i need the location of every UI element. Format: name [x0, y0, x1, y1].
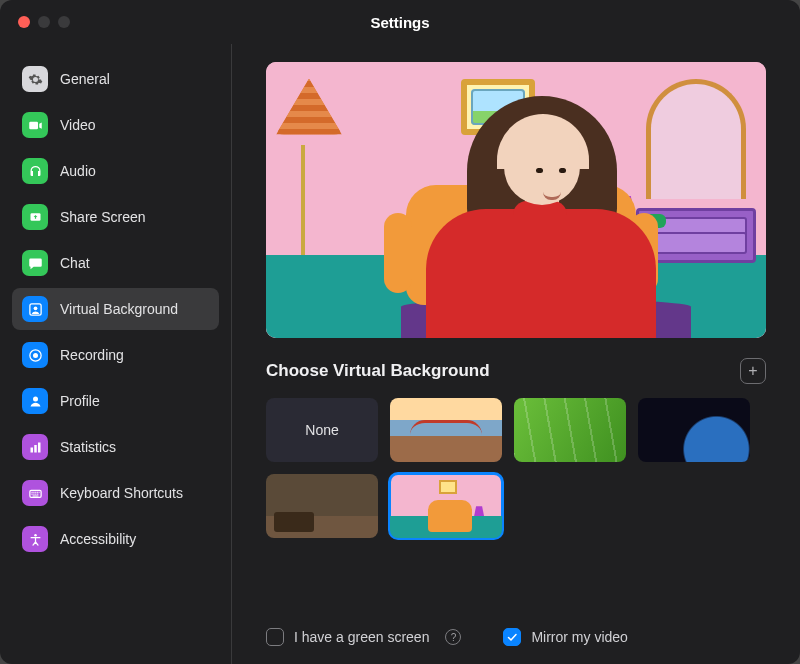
mirror-video-checkbox[interactable]: Mirror my video	[503, 628, 627, 646]
background-thumbnails: None	[266, 398, 766, 538]
video-preview	[266, 62, 766, 338]
checkbox-box	[503, 628, 521, 646]
add-background-button[interactable]: +	[740, 358, 766, 384]
titlebar: Settings	[0, 0, 800, 44]
sidebar-item-access[interactable]: Accessibility	[12, 518, 219, 560]
plus-icon: +	[748, 362, 757, 380]
window-controls	[18, 16, 70, 28]
sidebar-item-audio[interactable]: Audio	[12, 150, 219, 192]
sidebar-item-vbg[interactable]: Virtual Background	[12, 288, 219, 330]
share-icon	[22, 204, 48, 230]
sidebar-item-chat[interactable]: Chat	[12, 242, 219, 284]
headphones-icon	[22, 158, 48, 184]
minimize-window-button[interactable]	[38, 16, 50, 28]
checkbox-box	[266, 628, 284, 646]
window-body: GeneralVideoAudioShare ScreenChatVirtual…	[0, 44, 800, 664]
video-icon	[22, 112, 48, 138]
background-thumb-grass[interactable]	[514, 398, 626, 462]
svg-point-2	[33, 306, 37, 310]
sidebar-item-label: Virtual Background	[60, 301, 178, 317]
section-title: Choose Virtual Background	[266, 361, 490, 381]
thumb-label: None	[305, 422, 338, 438]
sidebar-item-label: Recording	[60, 347, 124, 363]
keyboard-icon	[22, 480, 48, 506]
sidebar-item-label: Profile	[60, 393, 100, 409]
settings-window: Settings GeneralVideoAudioShare ScreenCh…	[0, 0, 800, 664]
profile-icon	[22, 388, 48, 414]
sidebar-item-general[interactable]: General	[12, 58, 219, 100]
svg-point-5	[33, 396, 38, 401]
svg-rect-6	[30, 447, 33, 452]
background-thumb-bridge[interactable]	[390, 398, 502, 462]
window-title: Settings	[370, 14, 429, 31]
sidebar-item-video[interactable]: Video	[12, 104, 219, 146]
gear-icon	[22, 66, 48, 92]
preview-person	[426, 108, 656, 338]
background-thumb-office[interactable]	[266, 474, 378, 538]
zoom-window-button[interactable]	[58, 16, 70, 28]
footer-options: I have a green screen ? Mirror my video	[266, 610, 766, 646]
sidebar-item-recording[interactable]: Recording	[12, 334, 219, 376]
stats-icon	[22, 434, 48, 460]
sidebar-item-label: Keyboard Shortcuts	[60, 485, 183, 501]
background-thumb-none[interactable]: None	[266, 398, 378, 462]
sidebar-item-label: Audio	[60, 163, 96, 179]
sidebar-item-label: Chat	[60, 255, 90, 271]
svg-point-4	[33, 353, 38, 358]
settings-sidebar: GeneralVideoAudioShare ScreenChatVirtual…	[0, 44, 232, 664]
sidebar-item-label: Share Screen	[60, 209, 146, 225]
green-screen-checkbox[interactable]: I have a green screen ?	[266, 628, 461, 646]
sidebar-item-shortcuts[interactable]: Keyboard Shortcuts	[12, 472, 219, 514]
sidebar-item-label: General	[60, 71, 110, 87]
background-thumb-space[interactable]	[638, 398, 750, 462]
sidebar-item-label: Accessibility	[60, 531, 136, 547]
sidebar-item-profile[interactable]: Profile	[12, 380, 219, 422]
sidebar-item-share[interactable]: Share Screen	[12, 196, 219, 238]
chat-icon	[22, 250, 48, 276]
sidebar-item-label: Video	[60, 117, 96, 133]
checkbox-label: Mirror my video	[531, 629, 627, 645]
checkbox-label: I have a green screen	[294, 629, 429, 645]
svg-point-10	[34, 533, 37, 536]
close-window-button[interactable]	[18, 16, 30, 28]
settings-main: Choose Virtual Background + None I have …	[232, 44, 800, 664]
svg-rect-7	[34, 445, 37, 453]
section-header: Choose Virtual Background +	[266, 358, 766, 384]
help-icon[interactable]: ?	[445, 629, 461, 645]
svg-rect-8	[38, 442, 41, 452]
user-box-icon	[22, 296, 48, 322]
record-icon	[22, 342, 48, 368]
sidebar-item-label: Statistics	[60, 439, 116, 455]
sidebar-item-stats[interactable]: Statistics	[12, 426, 219, 468]
accessibility-icon	[22, 526, 48, 552]
background-thumb-room[interactable]	[390, 474, 502, 538]
